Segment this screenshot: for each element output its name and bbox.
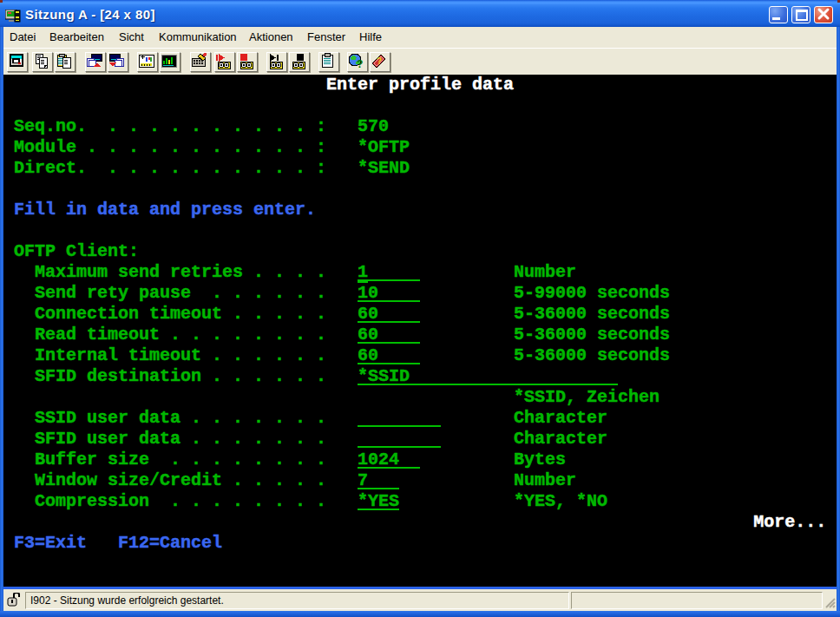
svg-text:?: ? xyxy=(377,56,382,66)
svg-text:?: ? xyxy=(357,58,363,69)
